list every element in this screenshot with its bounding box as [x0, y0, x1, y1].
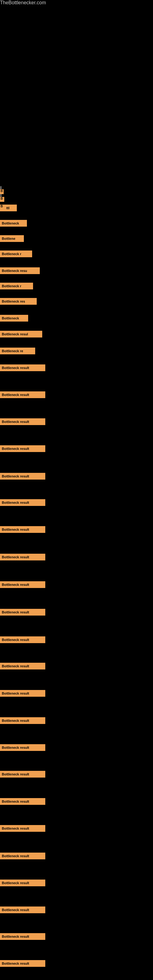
result-bar-14[interactable]: Bottleneck result — [0, 445, 45, 452]
result-bar-9[interactable]: Bottleneck resul — [0, 331, 42, 337]
result-bar-11[interactable]: Bottleneck result — [0, 364, 45, 371]
early-bar-0: B — [0, 189, 4, 194]
result-bar-5[interactable]: Bottleneck resu — [0, 267, 40, 274]
result-bar-4[interactable]: Bottleneck r — [0, 250, 32, 257]
result-bar-19[interactable]: Bottleneck result — [0, 581, 45, 588]
result-bar-32[interactable]: Bottleneck result — [0, 933, 45, 940]
early-bar-1: B — [0, 197, 4, 202]
result-bar-2[interactable]: Bottleneck — [0, 220, 27, 227]
result-bar-21[interactable]: Bottleneck result — [0, 636, 45, 643]
result-bar-24[interactable]: Bottleneck result — [0, 717, 45, 724]
result-bar-7[interactable]: Bottleneck res — [0, 298, 37, 305]
result-bar-13[interactable]: Bottleneck result — [0, 418, 45, 425]
result-bar-12[interactable]: Bottleneck result — [0, 391, 45, 398]
result-bar-6[interactable]: Bottleneck r — [0, 283, 33, 290]
result-bar-15[interactable]: Bottleneck result — [0, 473, 45, 480]
result-bar-23[interactable]: Bottleneck result — [0, 690, 45, 697]
result-bar-8[interactable]: Bottleneck — [0, 315, 28, 321]
site-title: TheBottlenecker.com — [0, 0, 153, 5]
result-bar-18[interactable]: Bottleneck result — [0, 554, 45, 560]
result-bar-22[interactable]: Bottleneck result — [0, 663, 45, 670]
result-bar-30[interactable]: Bottleneck result — [0, 880, 45, 886]
result-bar-17[interactable]: Bottleneck result — [0, 526, 45, 533]
early-bar-2: B — [0, 205, 6, 210]
result-bar-3[interactable]: Bottlene — [0, 235, 24, 242]
result-bar-25[interactable]: Bottleneck result — [0, 744, 45, 751]
result-bar-27[interactable]: Bottleneck result — [0, 798, 45, 805]
result-bar-33[interactable]: Bottleneck result — [0, 960, 45, 967]
result-bar-16[interactable]: Bottleneck result — [0, 499, 45, 506]
result-bar-28[interactable]: Bottleneck result — [0, 825, 45, 832]
result-bar-29[interactable]: Bottleneck result — [0, 853, 45, 859]
result-bar-20[interactable]: Bottleneck result — [0, 609, 45, 616]
result-bar-10[interactable]: Bottleneck re — [0, 348, 35, 354]
result-bar-31[interactable]: Bottleneck result — [0, 907, 45, 913]
result-bar-26[interactable]: Bottleneck result — [0, 771, 45, 778]
